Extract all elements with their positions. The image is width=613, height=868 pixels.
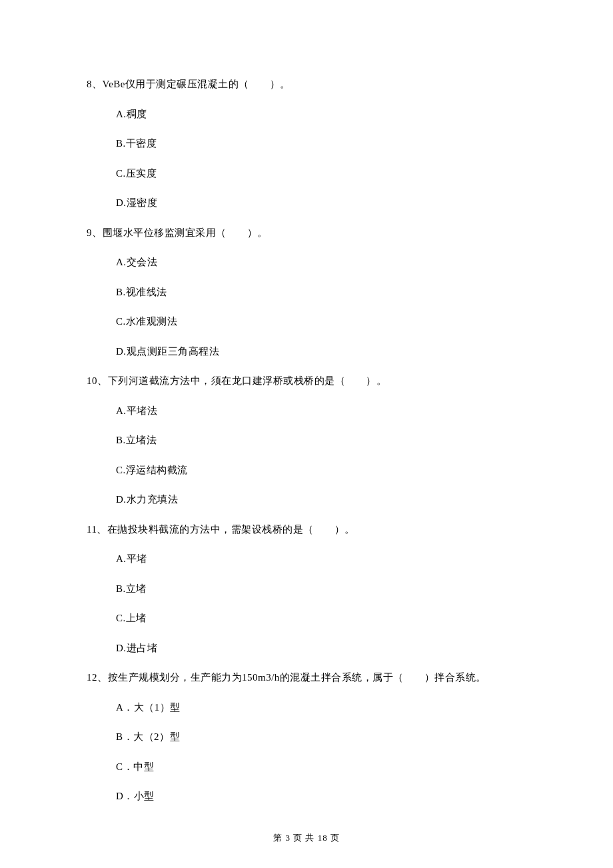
question-number: 9、	[87, 227, 103, 238]
question-text: 11、在抛投块料截流的方法中，需架设栈桥的是（ ）。	[87, 522, 526, 537]
question-text: 9、围堰水平位移监测宜采用（ ）。	[87, 225, 526, 241]
option-a: A.平堵法	[116, 403, 526, 419]
question-11: 11、在抛投块料截流的方法中，需架设栈桥的是（ ）。 A.平堵 B.立堵 C.上…	[87, 522, 526, 656]
option-b: B.立堵	[116, 581, 526, 597]
option-c: C．中型	[116, 759, 526, 775]
question-text: 10、下列河道截流方法中，须在龙口建浮桥或栈桥的是（ ）。	[87, 373, 526, 389]
option-a: A.平堵	[116, 551, 526, 567]
option-c: C.上堵	[116, 611, 526, 626]
question-body: VeBe仪用于测定碾压混凝土的（ ）。	[103, 79, 291, 89]
option-d: D.湿密度	[116, 195, 526, 211]
question-number: 8、	[87, 79, 103, 89]
option-b: B.立堵法	[116, 433, 526, 448]
question-number: 12、	[87, 672, 108, 683]
page-content: 8、VeBe仪用于测定碾压混凝土的（ ）。 A.稠度 B.干密度 C.压实度 D…	[0, 0, 613, 804]
option-b: B.干密度	[116, 136, 526, 151]
option-a: A．大（1）型	[116, 700, 526, 715]
question-body: 围堰水平位移监测宜采用（ ）。	[103, 227, 268, 238]
option-d: D.进占堵	[116, 641, 526, 656]
option-d: D．小型	[116, 789, 526, 804]
question-text: 12、按生产规模划分，生产能力为150m3/h的混凝土拌合系统，属于（ ）拌合系…	[87, 670, 526, 685]
question-body: 下列河道截流方法中，须在龙口建浮桥或栈桥的是（ ）。	[108, 375, 387, 386]
question-text: 8、VeBe仪用于测定碾压混凝土的（ ）。	[87, 77, 526, 92]
option-c: C.压实度	[116, 166, 526, 181]
question-8: 8、VeBe仪用于测定碾压混凝土的（ ）。 A.稠度 B.干密度 C.压实度 D…	[87, 77, 526, 211]
question-12: 12、按生产规模划分，生产能力为150m3/h的混凝土拌合系统，属于（ ）拌合系…	[87, 670, 526, 804]
option-a: A.交会法	[116, 255, 526, 270]
question-number: 10、	[87, 375, 108, 386]
option-d: D.观点测距三角高程法	[116, 344, 526, 359]
question-number: 11、	[87, 524, 107, 535]
option-d: D.水力充填法	[116, 492, 526, 507]
option-c: C.水准观测法	[116, 314, 526, 329]
option-b: B．大（2）型	[116, 729, 526, 745]
question-body: 按生产规模划分，生产能力为150m3/h的混凝土拌合系统，属于（ ）拌合系统。	[108, 672, 486, 683]
page-footer: 第 3 页 共 18 页	[0, 832, 613, 844]
question-9: 9、围堰水平位移监测宜采用（ ）。 A.交会法 B.视准线法 C.水准观测法 D…	[87, 225, 526, 359]
option-b: B.视准线法	[116, 285, 526, 300]
question-10: 10、下列河道截流方法中，须在龙口建浮桥或栈桥的是（ ）。 A.平堵法 B.立堵…	[87, 373, 526, 507]
option-a: A.稠度	[116, 107, 526, 122]
option-c: C.浮运结构截流	[116, 463, 526, 478]
question-body: 在抛投块料截流的方法中，需架设栈桥的是（ ）。	[107, 524, 355, 535]
